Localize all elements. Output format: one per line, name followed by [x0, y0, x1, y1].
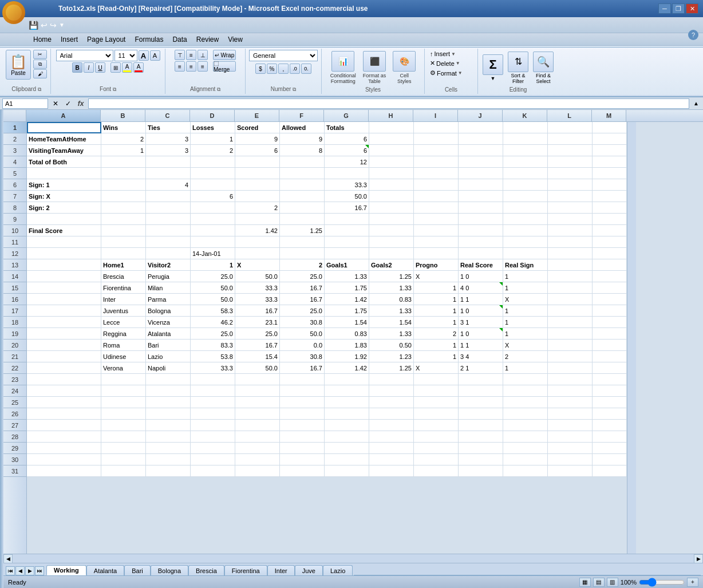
- row-num-29[interactable]: 29: [3, 443, 26, 454]
- row-num-25[interactable]: 25: [3, 397, 26, 408]
- cell[interactable]: 83.3: [191, 340, 235, 351]
- cell[interactable]: [548, 465, 593, 477]
- italic-button[interactable]: I: [84, 62, 94, 73]
- menu-review[interactable]: Review: [192, 34, 223, 45]
- row-num-8[interactable]: 8: [3, 202, 26, 214]
- cell[interactable]: 53.8: [191, 351, 235, 362]
- cell[interactable]: [459, 133, 503, 145]
- cell[interactable]: Brescia: [101, 271, 146, 282]
- cell[interactable]: 1.92: [325, 351, 369, 362]
- cell[interactable]: Lecce: [101, 317, 146, 328]
- cell[interactable]: [235, 168, 280, 179]
- cell[interactable]: [325, 374, 369, 385]
- cell[interactable]: [548, 317, 593, 328]
- cell[interactable]: [548, 202, 593, 214]
- cell[interactable]: 1: [414, 282, 459, 294]
- cell[interactable]: [548, 385, 593, 397]
- cell[interactable]: [548, 397, 593, 408]
- cell[interactable]: [414, 122, 459, 133]
- align-middle-button[interactable]: ≡: [186, 50, 196, 60]
- cell[interactable]: Home1: [101, 259, 146, 271]
- cell[interactable]: Fiorentina: [101, 282, 146, 294]
- cell[interactable]: 12: [325, 156, 369, 168]
- decrease-decimal-button[interactable]: 0.: [301, 64, 311, 74]
- cell[interactable]: [27, 294, 101, 305]
- cell[interactable]: [27, 340, 101, 351]
- cell[interactable]: [548, 168, 593, 179]
- cell[interactable]: [101, 179, 146, 191]
- cell[interactable]: Losses: [191, 122, 235, 133]
- row-num-24[interactable]: 24: [3, 385, 26, 397]
- cell[interactable]: 1: [503, 317, 548, 328]
- cell[interactable]: 8: [280, 145, 325, 156]
- cell[interactable]: Inter: [101, 294, 146, 305]
- cell[interactable]: [369, 420, 414, 431]
- cell[interactable]: Goals1: [325, 259, 369, 271]
- cell[interactable]: [369, 133, 414, 145]
- cell[interactable]: [146, 236, 191, 248]
- cell[interactable]: 50.0: [235, 362, 280, 374]
- cell[interactable]: [548, 248, 593, 259]
- cell[interactable]: 1: [503, 282, 548, 294]
- cell[interactable]: [548, 191, 593, 202]
- cell[interactable]: [369, 145, 414, 156]
- cell[interactable]: [280, 454, 325, 465]
- underline-button[interactable]: U: [95, 62, 105, 73]
- cell[interactable]: [280, 179, 325, 191]
- cell[interactable]: [548, 179, 593, 191]
- cell[interactable]: 33.3: [191, 362, 235, 374]
- scroll-right-button[interactable]: ▶: [694, 554, 703, 563]
- col-header-E[interactable]: E: [235, 110, 279, 121]
- cell[interactable]: [325, 248, 369, 259]
- row-num-2[interactable]: 2: [3, 133, 26, 145]
- cell[interactable]: [146, 385, 191, 397]
- cell[interactable]: [548, 122, 593, 133]
- cell[interactable]: 14-Jan-01: [191, 248, 235, 259]
- cell[interactable]: [146, 465, 191, 477]
- cell[interactable]: Scored: [235, 122, 280, 133]
- bold-button[interactable]: B: [72, 62, 82, 73]
- tab-prev-button[interactable]: ◀: [15, 566, 25, 575]
- row-num-28[interactable]: 28: [3, 431, 26, 443]
- row-num-11[interactable]: 11: [3, 236, 26, 248]
- cell[interactable]: 30.8: [280, 317, 325, 328]
- font-color-button[interactable]: A: [133, 62, 144, 73]
- cell[interactable]: 4: [146, 179, 191, 191]
- cell[interactable]: 6: [325, 145, 369, 156]
- row-num-15[interactable]: 15: [3, 282, 26, 294]
- cell[interactable]: Sign: 2: [27, 202, 101, 214]
- cell[interactable]: [235, 431, 280, 443]
- cell[interactable]: [593, 156, 627, 168]
- cell[interactable]: [459, 122, 503, 133]
- cell[interactable]: [459, 168, 503, 179]
- cell[interactable]: [593, 248, 627, 259]
- fill-color-button[interactable]: A: [122, 62, 132, 73]
- cell[interactable]: [503, 145, 548, 156]
- cell[interactable]: [593, 133, 627, 145]
- cell[interactable]: [414, 431, 459, 443]
- page-break-view-button[interactable]: ▥: [607, 578, 618, 587]
- cell[interactable]: 2 1: [459, 362, 503, 374]
- cell[interactable]: [191, 385, 235, 397]
- cell[interactable]: 1.25: [369, 362, 414, 374]
- cell[interactable]: [191, 431, 235, 443]
- cell[interactable]: 46.2: [191, 317, 235, 328]
- zoom-slider[interactable]: [639, 579, 685, 586]
- cell[interactable]: Allowed: [280, 122, 325, 133]
- sort-filter-button[interactable]: ⇅ Sort &Filter: [507, 50, 530, 85]
- cell[interactable]: [235, 420, 280, 431]
- expand-formula-button[interactable]: ▲: [692, 98, 701, 109]
- cell[interactable]: 1.33: [369, 328, 414, 340]
- cell[interactable]: 1 1: [459, 294, 503, 305]
- insert-cells-button[interactable]: ↑ Insert ▼: [428, 50, 474, 58]
- cell[interactable]: [369, 122, 414, 133]
- cell[interactable]: Bari: [146, 340, 191, 351]
- cell[interactable]: [503, 385, 548, 397]
- cell[interactable]: [369, 408, 414, 420]
- cell[interactable]: [414, 420, 459, 431]
- tab-first-button[interactable]: ⏮: [6, 566, 15, 575]
- cell[interactable]: [101, 431, 146, 443]
- cell[interactable]: [101, 214, 146, 225]
- cell[interactable]: [280, 202, 325, 214]
- cell[interactable]: [146, 431, 191, 443]
